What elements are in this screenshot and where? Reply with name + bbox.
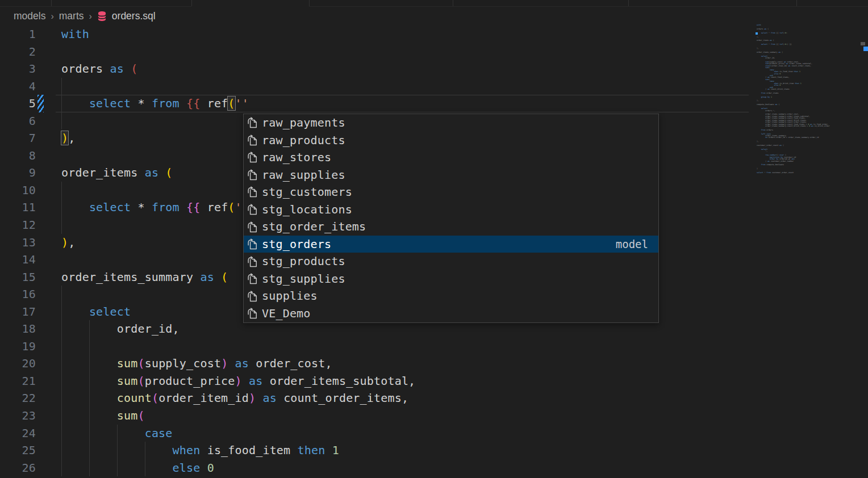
line-number[interactable]: 5 bbox=[0, 95, 36, 112]
code-line[interactable]: 1with bbox=[0, 26, 868, 43]
line-number[interactable]: 15 bbox=[0, 269, 36, 286]
line-number[interactable]: 9 bbox=[0, 164, 36, 182]
suggest-item-label: VE_Demo bbox=[262, 305, 311, 322]
suggest-item-label: raw_stores bbox=[262, 149, 331, 166]
model-file-icon bbox=[247, 307, 259, 320]
token: ( bbox=[228, 200, 235, 214]
line-number[interactable]: 16 bbox=[0, 286, 36, 303]
line-number[interactable]: 23 bbox=[0, 407, 36, 425]
line-number[interactable]: 12 bbox=[0, 216, 36, 234]
code-line[interactable]: 23 sum( bbox=[0, 407, 868, 425]
tab-divider bbox=[51, 0, 52, 6]
line-number[interactable]: 19 bbox=[0, 338, 36, 355]
token: select bbox=[89, 305, 131, 318]
code-line[interactable]: 24 case bbox=[0, 425, 868, 442]
line-number[interactable]: 22 bbox=[0, 389, 36, 407]
line-number[interactable]: 20 bbox=[0, 355, 36, 372]
code-line[interactable]: 18 order_id, bbox=[0, 320, 868, 338]
suggest-item[interactable]: raw_products bbox=[244, 132, 658, 149]
token bbox=[228, 357, 235, 370]
suggest-item[interactable]: stg_order_items bbox=[244, 218, 658, 236]
line-number[interactable]: 24 bbox=[0, 425, 36, 442]
line-number[interactable]: 14 bbox=[0, 251, 36, 269]
code-text: order_items as ( bbox=[61, 164, 173, 182]
code-line[interactable]: 22 count(order_item_id) as count_order_i… bbox=[0, 389, 868, 407]
token bbox=[61, 409, 117, 422]
token bbox=[61, 374, 117, 388]
overview-ruler-mark bbox=[863, 47, 868, 51]
tab-bar[interactable] bbox=[0, 0, 868, 7]
suggest-item-label: stg_orders bbox=[262, 236, 331, 253]
token: order_items_summary bbox=[61, 270, 200, 284]
code-text: sum( bbox=[61, 407, 145, 425]
code-line[interactable]: 4 bbox=[0, 78, 868, 95]
code-line[interactable]: 3orders as ( bbox=[0, 60, 868, 78]
suggest-item-label: stg_locations bbox=[262, 201, 352, 219]
suggest-item[interactable]: stg_ordersmodel bbox=[244, 236, 658, 253]
minimap[interactable]: with orders as ( select * from {{ ref(‹0… bbox=[757, 24, 858, 174]
line-number[interactable]: 1 bbox=[0, 26, 36, 43]
suggest-item[interactable]: raw_supplies bbox=[244, 166, 658, 184]
token bbox=[61, 426, 145, 440]
suggest-item[interactable]: stg_products bbox=[244, 253, 658, 270]
suggest-item-detail: model bbox=[616, 238, 648, 250]
line-number[interactable]: 13 bbox=[0, 234, 36, 251]
indent-guide bbox=[61, 78, 62, 95]
token: as bbox=[145, 166, 166, 179]
minimap-modified-marker bbox=[756, 32, 758, 35]
line-number[interactable]: 25 bbox=[0, 442, 36, 459]
indent-guide bbox=[61, 182, 62, 199]
line-number[interactable]: 2 bbox=[0, 43, 36, 61]
model-file-icon bbox=[247, 134, 259, 146]
suggest-item[interactable]: raw_payments bbox=[244, 114, 658, 132]
line-number[interactable]: 17 bbox=[0, 303, 36, 321]
code-line[interactable]: 21 sum(product_price) as order_items_sub… bbox=[0, 372, 868, 390]
model-file-icon bbox=[247, 238, 259, 250]
suggest-item[interactable]: stg_locations bbox=[244, 201, 658, 219]
breadcrumb-item-file[interactable]: orders.sql bbox=[112, 10, 156, 22]
code-line[interactable]: 25 when is_food_item then 1 bbox=[0, 442, 868, 459]
suggest-item[interactable]: stg_customers bbox=[244, 183, 658, 201]
suggest-item[interactable]: VE_Demo bbox=[244, 305, 658, 322]
line-number[interactable]: 21 bbox=[0, 372, 36, 390]
minimap-code: with orders as ( select * from {{ ref(‹0… bbox=[757, 24, 858, 174]
token: order_cost, bbox=[256, 357, 332, 370]
suggest-item-label: stg_order_items bbox=[262, 218, 366, 236]
line-number[interactable]: 7 bbox=[0, 129, 36, 147]
code-line[interactable]: 19 bbox=[0, 338, 868, 355]
database-icon bbox=[97, 11, 107, 22]
token: product_price bbox=[145, 374, 235, 388]
token bbox=[61, 322, 117, 336]
suggest-item[interactable]: raw_stores bbox=[244, 149, 658, 166]
active-tab[interactable] bbox=[191, 0, 309, 7]
line-number[interactable]: 26 bbox=[0, 459, 36, 477]
breadcrumb-item-marts[interactable]: marts bbox=[59, 10, 84, 22]
line-number[interactable]: 11 bbox=[0, 199, 36, 216]
token bbox=[61, 200, 89, 214]
suggest-item-label: raw_supplies bbox=[262, 166, 345, 184]
line-number[interactable]: 3 bbox=[0, 60, 36, 78]
breadcrumb-item-models[interactable]: models bbox=[14, 10, 45, 22]
code-line[interactable]: 2 bbox=[0, 43, 868, 61]
code-text: select * from {{ ref('' bbox=[61, 95, 249, 112]
model-file-icon bbox=[247, 255, 259, 268]
line-number[interactable]: 4 bbox=[0, 78, 36, 95]
line-number[interactable]: 18 bbox=[0, 320, 36, 338]
token: ( bbox=[137, 374, 144, 388]
line-number[interactable]: 10 bbox=[0, 182, 36, 199]
tab-divider bbox=[191, 0, 192, 6]
token: sum bbox=[117, 374, 138, 388]
code-line[interactable]: 20 sum(supply_cost) as order_cost, bbox=[0, 355, 868, 372]
suggest-widget: raw_payments raw_products raw_stores raw… bbox=[243, 114, 659, 323]
token: ref bbox=[207, 97, 228, 110]
breadcrumb: models › marts › orders.sql bbox=[0, 7, 868, 26]
tab-divider bbox=[796, 0, 797, 6]
token bbox=[256, 391, 262, 405]
code-line[interactable]: 5 select * from {{ ref('' bbox=[0, 95, 868, 112]
line-number[interactable]: 6 bbox=[0, 112, 36, 130]
code-line[interactable]: 26 else 0 bbox=[0, 459, 868, 477]
suggest-item[interactable]: stg_supplies bbox=[244, 270, 658, 288]
suggest-item[interactable]: supplies bbox=[244, 287, 658, 305]
token: , bbox=[68, 236, 75, 249]
line-number[interactable]: 8 bbox=[0, 147, 36, 165]
